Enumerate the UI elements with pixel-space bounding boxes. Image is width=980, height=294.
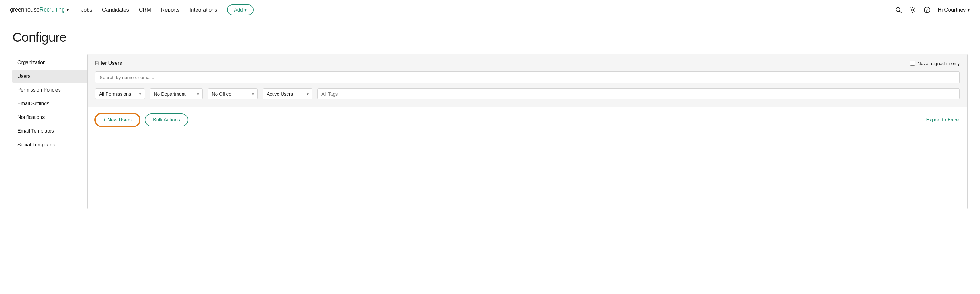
svg-line-1	[899, 11, 901, 13]
sidebar-item-social-templates[interactable]: Social Templates	[13, 138, 87, 151]
filter-header: Filter Users Never signed in only	[95, 60, 960, 66]
sidebar-item-email-settings[interactable]: Email Settings	[13, 97, 87, 110]
gear-icon	[909, 6, 916, 13]
content-area: Organization Users Permission Policies E…	[13, 54, 967, 209]
never-signed-text: Never signed in only	[917, 61, 960, 66]
nav-links: Jobs Candidates CRM Reports Integrations…	[81, 4, 895, 15]
nav-link-reports[interactable]: Reports	[161, 7, 180, 13]
sidebar-item-organization[interactable]: Organization	[13, 56, 87, 69]
never-signed-label[interactable]: Never signed in only	[910, 61, 960, 66]
sidebar: Organization Users Permission Policies E…	[13, 54, 87, 209]
filter-section: Filter Users Never signed in only All Pe…	[88, 54, 967, 107]
nav-right-actions: ? Hi Courtney ▾	[895, 6, 970, 13]
nav-link-crm[interactable]: CRM	[139, 7, 151, 13]
page-title: Configure	[13, 30, 967, 45]
permissions-select[interactable]: All Permissions Admin Basic	[95, 89, 145, 99]
settings-button[interactable]	[909, 6, 916, 13]
nav-link-integrations[interactable]: Integrations	[189, 7, 217, 13]
logo-chevron-icon: ▾	[67, 8, 68, 12]
sidebar-item-email-templates[interactable]: Email Templates	[13, 125, 87, 138]
nav-link-jobs[interactable]: Jobs	[81, 7, 92, 13]
user-greeting: Hi Courtney ▾	[938, 6, 970, 13]
new-users-button[interactable]: + New Users	[95, 113, 140, 126]
add-button[interactable]: Add ▾	[227, 4, 254, 15]
svg-text:?: ?	[926, 8, 928, 12]
search-button[interactable]	[895, 6, 902, 13]
logo[interactable]: greenhouseRecruiting ▾	[10, 6, 68, 13]
search-icon	[895, 6, 902, 13]
status-select[interactable]: Active Users Inactive Users All Users	[262, 89, 312, 99]
sidebar-item-notifications[interactable]: Notifications	[13, 111, 87, 124]
top-navigation: greenhouseRecruiting ▾ Jobs Candidates C…	[0, 0, 980, 20]
main-content: Filter Users Never signed in only All Pe…	[87, 54, 967, 209]
user-menu[interactable]: Hi Courtney ▾	[938, 6, 970, 13]
tags-input[interactable]	[317, 89, 960, 99]
department-select-wrapper: No Department Engineering Sales	[150, 89, 203, 99]
sidebar-item-users[interactable]: Users	[13, 70, 87, 83]
logo-recruiting: Recruiting	[40, 6, 65, 13]
department-select[interactable]: No Department Engineering Sales	[150, 89, 203, 99]
status-select-wrapper: Active Users Inactive Users All Users	[262, 89, 312, 99]
actions-left: + New Users Bulk Actions	[95, 113, 188, 126]
nav-link-candidates[interactable]: Candidates	[102, 7, 129, 13]
bulk-actions-button[interactable]: Bulk Actions	[145, 113, 188, 126]
export-to-excel-link[interactable]: Export to Excel	[926, 117, 960, 123]
office-select-wrapper: No Office New York London	[208, 89, 258, 99]
filter-title: Filter Users	[95, 60, 122, 66]
sidebar-item-permission-policies[interactable]: Permission Policies	[13, 83, 87, 97]
logo-greenhouse: greenhouse	[10, 6, 40, 13]
actions-section: + New Users Bulk Actions Export to Excel	[88, 107, 967, 133]
filter-dropdowns: All Permissions Admin Basic No Departmen…	[95, 89, 960, 99]
office-select[interactable]: No Office New York London	[208, 89, 258, 99]
help-icon: ?	[924, 6, 931, 13]
svg-point-2	[912, 9, 914, 11]
help-button[interactable]: ?	[924, 6, 931, 13]
never-signed-checkbox[interactable]	[910, 61, 915, 66]
permissions-select-wrapper: All Permissions Admin Basic	[95, 89, 145, 99]
search-input[interactable]	[95, 72, 960, 83]
page-wrapper: Configure Organization Users Permission …	[0, 20, 980, 209]
